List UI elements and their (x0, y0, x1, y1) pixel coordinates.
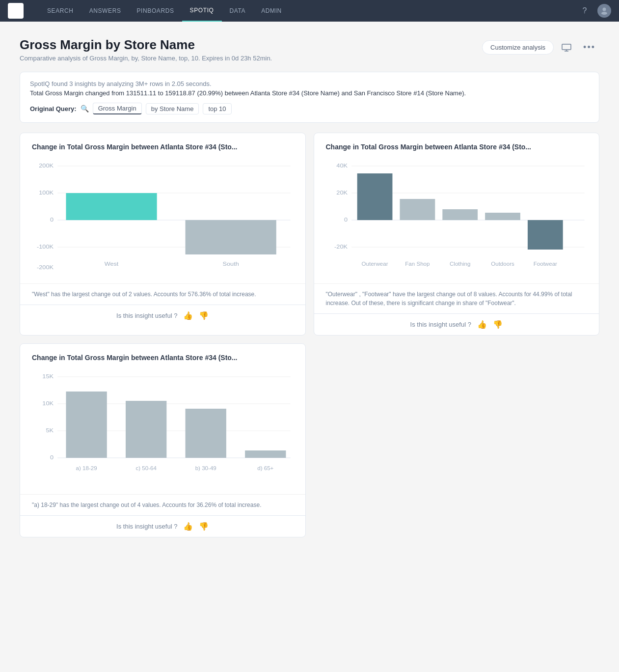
nav-right: ? (578, 4, 611, 18)
svg-text:West: West (105, 261, 119, 267)
nav-spotiq[interactable]: SPOTIQ (182, 0, 222, 22)
card-1-footer: "West" has the largest change out of 2 v… (20, 283, 305, 305)
svg-text:Outerwear: Outerwear (361, 261, 388, 267)
query-tag-2[interactable]: top 10 (203, 103, 231, 114)
svg-text:South: South (223, 261, 239, 267)
page-header: Gross Margin by Store Name Comparative a… (20, 37, 599, 62)
card-3-footer: "a) 18-29" has the largest change out of… (20, 494, 305, 515)
insight-card-2: Change in Total Gross Margin between Atl… (314, 133, 600, 336)
svg-rect-1 (16, 7, 20, 10)
chart-3: 15K 10K 5K 0 (32, 369, 294, 484)
card-3-insight: "a) 18-29" has the largest change out of… (32, 501, 294, 509)
nav-data[interactable]: DATA (222, 0, 254, 22)
svg-text:15K: 15K (42, 373, 54, 380)
nav-admin[interactable]: ADMIN (253, 0, 290, 22)
svg-rect-50 (186, 409, 226, 458)
insight-banner: SpotIQ found 3 insights by analyzing 3M+… (20, 72, 599, 123)
svg-text:-20K: -20K (334, 244, 348, 250)
card-1-inner: Change in Total Gross Margin between Atl… (20, 133, 305, 283)
insight-card-3: Change in Total Gross Margin between Atl… (20, 343, 306, 537)
svg-text:100K: 100K (39, 190, 54, 196)
svg-rect-3 (16, 11, 20, 15)
card-2-title: Change in Total Gross Margin between Atl… (326, 143, 588, 151)
svg-rect-0 (12, 7, 15, 10)
feedback-label-2: Is this insight useful ? (410, 321, 471, 328)
query-tag-0[interactable]: Gross Margin (93, 103, 142, 114)
feedback-label-3: Is this insight useful ? (116, 523, 177, 530)
thumbs-up-1[interactable]: 👍 (183, 311, 193, 320)
insight-card-1: Change in Total Gross Margin between Atl… (20, 133, 306, 336)
nav-search[interactable]: SEARCH (39, 0, 81, 22)
thumbs-down-3[interactable]: 👎 (199, 522, 209, 531)
svg-rect-31 (400, 199, 435, 220)
svg-text:Clothing: Clothing (449, 261, 470, 267)
card-1-feedback: Is this insight useful ? 👍 👎 (20, 305, 305, 326)
svg-text:Fan Shop: Fan Shop (405, 261, 430, 267)
help-icon[interactable]: ? (578, 4, 592, 18)
card-1-insight: "West" has the largest change out of 2 v… (32, 290, 294, 299)
page-subtitle: Comparative analysis of Gross Margin, by… (20, 55, 272, 62)
svg-rect-18 (66, 193, 157, 220)
svg-text:20K: 20K (336, 190, 348, 196)
thumbs-down-2[interactable]: 👎 (493, 320, 503, 329)
page-header-left: Gross Margin by Store Name Comparative a… (20, 37, 272, 62)
original-query: Original Query: 🔍 Gross Margin by Store … (30, 103, 589, 114)
more-options-button[interactable]: ••• (579, 39, 599, 56)
svg-text:5K: 5K (46, 427, 54, 434)
svg-rect-32 (442, 209, 478, 220)
page: Gross Margin by Store Name Comparative a… (0, 22, 619, 672)
card-3-feedback: Is this insight useful ? 👍 👎 (20, 515, 305, 537)
svg-rect-33 (485, 213, 520, 220)
app-logo[interactable] (8, 3, 24, 19)
svg-text:c) 50-64: c) 50-64 (135, 466, 156, 471)
card-2-feedback: Is this insight useful ? 👍 👎 (314, 313, 599, 335)
navbar: SEARCH ANSWERS PINBOARDS SPOTIQ DATA ADM… (0, 0, 619, 22)
card-1-title: Change in Total Gross Margin between Atl… (32, 143, 294, 151)
svg-text:-100K: -100K (37, 244, 54, 250)
header-actions: Customize analysis ••• (482, 39, 599, 56)
nav-pinboards[interactable]: PINBOARDS (129, 0, 182, 22)
card-2-inner: Change in Total Gross Margin between Atl… (314, 133, 599, 283)
chart-2: 40K 20K 0 -20K (326, 159, 588, 274)
svg-rect-19 (186, 220, 276, 254)
svg-text:d) 65+: d) 65+ (257, 466, 273, 471)
card-2-footer: "Outerwear" , "Footwear" have the larges… (314, 283, 599, 313)
nav-links: SEARCH ANSWERS PINBOARDS SPOTIQ DATA ADM… (39, 0, 566, 22)
page-title: Gross Margin by Store Name (20, 37, 272, 53)
svg-rect-2 (12, 11, 15, 15)
svg-rect-6 (562, 44, 571, 50)
thumbs-down-1[interactable]: 👎 (199, 311, 209, 320)
query-search-icon: 🔍 (81, 105, 89, 112)
banner-detail: Total Gross Margin changed from 131511.1… (30, 89, 589, 97)
svg-rect-51 (245, 450, 286, 458)
present-button[interactable] (558, 41, 575, 55)
svg-rect-48 (66, 392, 107, 458)
svg-text:Footwear: Footwear (533, 261, 557, 267)
svg-text:a) 18-29: a) 18-29 (76, 466, 97, 471)
svg-point-4 (603, 8, 606, 11)
card-3-inner: Change in Total Gross Margin between Atl… (20, 344, 305, 494)
svg-text:Outdoors: Outdoors (491, 261, 514, 267)
svg-text:0: 0 (50, 217, 54, 223)
query-tag-1[interactable]: by Store Name (146, 103, 199, 114)
nav-answers[interactable]: ANSWERS (81, 0, 129, 22)
svg-text:0: 0 (50, 454, 54, 461)
svg-rect-34 (527, 220, 563, 250)
insights-grid: Change in Total Gross Margin between Atl… (20, 133, 599, 537)
user-avatar[interactable] (597, 4, 611, 18)
banner-summary: SpotIQ found 3 insights by analyzing 3M+… (30, 80, 589, 87)
card-3-title: Change in Total Gross Margin between Atl… (32, 354, 294, 362)
thumbs-up-2[interactable]: 👍 (477, 320, 487, 329)
thumbs-up-3[interactable]: 👍 (183, 522, 193, 531)
svg-text:40K: 40K (336, 163, 348, 169)
customize-analysis-button[interactable]: Customize analysis (482, 40, 554, 55)
svg-text:10K: 10K (42, 400, 54, 407)
svg-point-5 (601, 12, 607, 15)
empty-cell (314, 343, 600, 537)
svg-rect-49 (126, 401, 166, 458)
card-2-insight: "Outerwear" , "Footwear" have the larges… (326, 290, 588, 308)
feedback-label-1: Is this insight useful ? (116, 312, 177, 319)
customize-analysis-label: Customize analysis (490, 44, 545, 51)
svg-rect-30 (357, 173, 392, 220)
svg-text:0: 0 (344, 217, 347, 223)
